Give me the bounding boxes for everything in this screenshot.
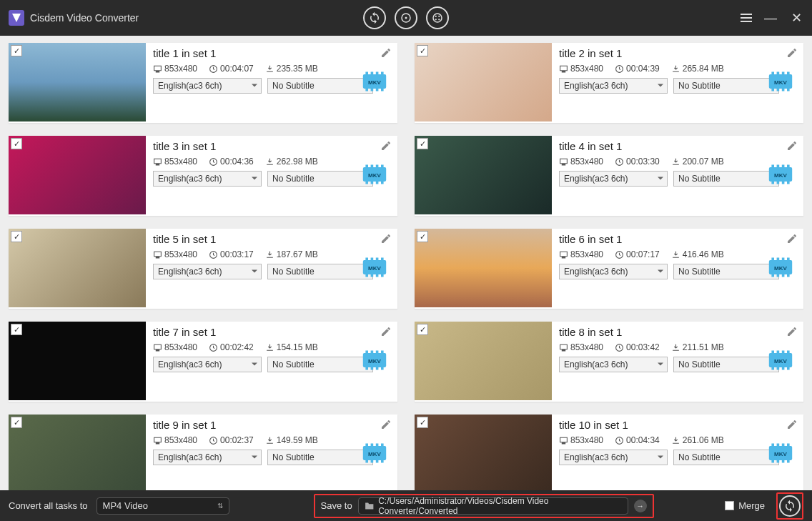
filesize: 261.06 MB xyxy=(671,435,724,445)
subtitle-select[interactable]: No Subtitle xyxy=(673,78,779,94)
format-icon[interactable]: MKV xyxy=(768,443,793,463)
svg-rect-53 xyxy=(365,258,368,261)
subtitle-select[interactable]: No Subtitle xyxy=(267,78,373,94)
audio-track-select[interactable]: English(ac3 6ch) xyxy=(153,357,262,372)
select-checkbox[interactable]: ✓ xyxy=(11,324,22,335)
thumbnail[interactable]: ✓ xyxy=(9,415,146,490)
format-icon[interactable]: MKV xyxy=(362,71,387,91)
subtitle-select[interactable]: No Subtitle xyxy=(267,264,373,279)
edit-icon[interactable] xyxy=(380,326,392,337)
audio-track-select[interactable]: English(ac3 6ch) xyxy=(559,357,668,372)
select-checkbox[interactable]: ✓ xyxy=(11,45,22,56)
edit-icon[interactable] xyxy=(786,419,798,430)
audio-track-select[interactable]: English(ac3 6ch) xyxy=(153,264,262,279)
svg-rect-15 xyxy=(376,89,379,91)
thumbnail[interactable]: ✓ xyxy=(9,229,146,307)
download-tab-icon[interactable] xyxy=(426,6,449,29)
subtitle-select[interactable]: No Subtitle xyxy=(673,450,779,465)
edit-icon[interactable] xyxy=(380,419,392,430)
edit-icon[interactable] xyxy=(786,233,798,244)
merge-checkbox[interactable] xyxy=(725,501,734,510)
saveto-path-field[interactable]: C:/Users/Administrator/Videos/Cisdem Vid… xyxy=(358,497,628,515)
audio-track-select[interactable]: English(ac3 6ch) xyxy=(153,450,262,465)
convert-button[interactable] xyxy=(779,495,801,517)
edit-icon[interactable] xyxy=(380,140,392,152)
audio-track-select[interactable]: English(ac3 6ch) xyxy=(559,78,668,94)
select-checkbox[interactable]: ✓ xyxy=(417,45,428,56)
output-format-select[interactable]: MP4 Video xyxy=(96,497,229,515)
format-icon[interactable]: MKV xyxy=(362,350,387,370)
select-checkbox[interactable]: ✓ xyxy=(11,417,22,428)
subtitle-select[interactable]: No Subtitle xyxy=(267,357,373,372)
convert-all-label: Convert all tasks to xyxy=(9,500,88,511)
convert-tab-icon[interactable] xyxy=(363,6,386,29)
item-meta: 853x48000:04:07235.35 MB xyxy=(153,64,390,74)
svg-rect-103 xyxy=(376,460,379,463)
rip-tab-icon[interactable] xyxy=(395,6,417,29)
thumbnail[interactable]: ✓ xyxy=(415,229,552,307)
select-checkbox[interactable]: ✓ xyxy=(417,231,428,242)
svg-rect-22 xyxy=(782,72,785,75)
item-details: title 3 in set 1853x48000:04:36262.98 MB… xyxy=(146,136,397,216)
subtitle-select[interactable]: No Subtitle xyxy=(673,357,779,372)
thumbnail[interactable]: ✓ xyxy=(9,136,146,214)
audio-track-select[interactable]: English(ac3 6ch) xyxy=(559,171,668,187)
svg-rect-111 xyxy=(787,444,790,447)
thumbnail[interactable]: ✓ xyxy=(415,322,552,400)
svg-rect-77 xyxy=(376,351,379,354)
minimize-button[interactable]: — xyxy=(763,11,778,26)
thumbnail[interactable]: ✓ xyxy=(9,322,146,400)
edit-icon[interactable] xyxy=(786,326,798,337)
select-checkbox[interactable]: ✓ xyxy=(417,138,428,149)
svg-rect-71 xyxy=(787,274,790,277)
select-checkbox[interactable]: ✓ xyxy=(417,417,428,428)
svg-point-6 xyxy=(438,19,440,20)
thumbnail[interactable]: ✓ xyxy=(9,43,146,121)
filesize: 235.35 MB xyxy=(265,64,318,74)
filesize: 265.84 MB xyxy=(671,64,724,74)
subtitle-select[interactable]: No Subtitle xyxy=(267,450,373,465)
svg-rect-42 xyxy=(771,165,774,168)
track-selects: English(ac3 6ch)No Subtitle xyxy=(559,450,796,465)
subtitle-select[interactable]: No Subtitle xyxy=(267,171,373,187)
app-logo-icon xyxy=(9,10,24,26)
resolution: 853x480 xyxy=(559,157,603,167)
saveto-highlight: Save to C:/Users/Administrator/Videos/Ci… xyxy=(314,494,654,518)
edit-icon[interactable] xyxy=(786,140,798,152)
format-icon[interactable]: MKV xyxy=(768,71,793,91)
edit-icon[interactable] xyxy=(786,47,798,59)
track-selects: English(ac3 6ch)No Subtitle xyxy=(153,357,390,372)
format-icon[interactable]: MKV xyxy=(768,257,793,277)
svg-point-2 xyxy=(433,14,442,22)
svg-rect-75 xyxy=(365,351,368,354)
thumbnail[interactable]: ✓ xyxy=(415,415,552,490)
format-icon[interactable]: MKV xyxy=(768,164,793,184)
svg-text:MKV: MKV xyxy=(368,79,382,86)
format-icon[interactable]: MKV xyxy=(768,350,793,370)
duration: 00:04:34 xyxy=(615,435,660,445)
audio-track-select[interactable]: English(ac3 6ch) xyxy=(153,171,262,187)
select-checkbox[interactable]: ✓ xyxy=(11,231,22,242)
audio-track-select[interactable]: English(ac3 6ch) xyxy=(559,450,668,465)
format-icon[interactable]: MKV xyxy=(362,164,387,184)
audio-track-select[interactable]: English(ac3 6ch) xyxy=(153,78,262,94)
svg-rect-109 xyxy=(777,444,780,447)
format-icon[interactable]: MKV xyxy=(362,443,387,463)
track-selects: English(ac3 6ch)No Subtitle xyxy=(559,357,796,372)
thumbnail[interactable]: ✓ xyxy=(415,43,552,121)
select-checkbox[interactable]: ✓ xyxy=(417,324,428,335)
open-folder-button[interactable]: → xyxy=(634,500,647,512)
resolution: 853x480 xyxy=(153,249,197,259)
select-checkbox[interactable]: ✓ xyxy=(11,138,22,149)
subtitle-select[interactable]: No Subtitle xyxy=(673,264,779,279)
subtitle-select[interactable]: No Subtitle xyxy=(673,171,779,187)
audio-track-select[interactable]: English(ac3 6ch) xyxy=(559,264,668,279)
item-title: title 4 in set 1 xyxy=(559,140,796,152)
close-button[interactable]: ✕ xyxy=(789,10,803,26)
thumbnail[interactable]: ✓ xyxy=(415,136,552,214)
menu-icon[interactable] xyxy=(741,14,752,22)
format-icon[interactable]: MKV xyxy=(362,257,387,277)
edit-icon[interactable] xyxy=(380,233,392,244)
item-details: title 10 in set 1853x48000:04:34261.06 M… xyxy=(552,415,803,490)
edit-icon[interactable] xyxy=(380,47,392,59)
